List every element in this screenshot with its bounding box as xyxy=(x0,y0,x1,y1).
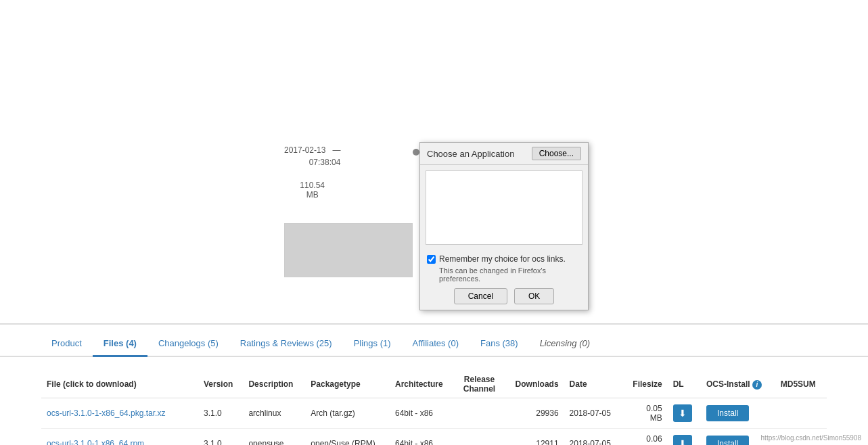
file-date: 2017-02-13 — xyxy=(284,145,340,155)
dialog-cancel-button[interactable]: Cancel xyxy=(454,288,507,304)
table-row: ocs-url-3.1.0-1.x86_64.rpm3.1.0opensuseo… xyxy=(41,429,827,446)
col-header-architecture: Architecture xyxy=(390,371,455,398)
ocs-install-info-icon[interactable]: i xyxy=(752,380,762,390)
top-area: 2017-02-13 — 07:38:04 110.54 MB Choose a… xyxy=(0,142,868,325)
download-button[interactable]: ⬇ xyxy=(673,435,692,445)
file-date: 2018-07-05 xyxy=(564,398,623,429)
dialog-application-list xyxy=(426,170,583,245)
install-button[interactable]: Install xyxy=(706,405,749,421)
file-size: 0.05MB xyxy=(622,398,667,429)
carousel-dot-1[interactable] xyxy=(413,149,419,156)
file-release-channel xyxy=(455,429,503,446)
dialog-buttons: Cancel OK xyxy=(427,288,581,304)
dialog-checkbox-row: Remember my choice for ocs links. xyxy=(427,254,581,264)
preview-image xyxy=(284,223,413,277)
col-header-description: Description xyxy=(243,371,305,398)
file-size: 0.06MB xyxy=(622,429,667,446)
file-version: 3.1.0 xyxy=(198,429,243,446)
tab-plings[interactable]: Plings (1) xyxy=(343,331,402,357)
col-header-date: Date xyxy=(564,371,623,398)
dialog-footer: Remember my choice for ocs links. This c… xyxy=(420,250,588,310)
watermark: https://blog.csdn.net/Simon55908 xyxy=(761,434,861,442)
col-header-version: Version xyxy=(198,371,243,398)
application-dialog: Choose an Application Choose... Remember… xyxy=(419,142,589,310)
file-download-link[interactable]: ocs-url-3.1.0-1.x86_64.rpm xyxy=(47,439,144,445)
file-version: 3.1.0 xyxy=(198,398,243,429)
file-date: 2018-07-05 xyxy=(564,429,623,446)
tabs-nav: Product Files (4) Changelogs (5) Ratings… xyxy=(0,331,868,357)
tab-files[interactable]: Files (4) xyxy=(93,331,147,357)
files-section: File (click to download) Version Descrip… xyxy=(0,357,868,445)
tab-product[interactable]: Product xyxy=(41,331,93,357)
dialog-title: Choose an Application xyxy=(427,149,514,159)
tab-fans[interactable]: Fans (38) xyxy=(470,331,529,357)
file-packagetype: Arch (tar.gz) xyxy=(305,398,390,429)
dialog-header: Choose an Application Choose... xyxy=(420,143,588,165)
col-header-file: File (click to download) xyxy=(41,371,198,398)
col-header-md5sum: MD5SUM xyxy=(775,371,827,398)
file-architecture: 64bit - x86 xyxy=(390,398,455,429)
dialog-choose-button[interactable]: Choose... xyxy=(532,147,581,160)
file-description: opensuse xyxy=(243,429,305,446)
table-header-row: File (click to download) Version Descrip… xyxy=(41,371,827,398)
col-header-downloads: Downloads xyxy=(503,371,564,398)
dialog-ok-button[interactable]: OK xyxy=(514,288,554,304)
dialog-note: This can be changed in Firefox's prefere… xyxy=(427,266,581,283)
file-downloads: 29936 xyxy=(503,398,564,429)
install-button[interactable]: Install xyxy=(706,436,749,445)
table-row: ocs-url-3.1.0-1-x86_64.pkg.tar.xz3.1.0ar… xyxy=(41,398,827,429)
tab-licensing[interactable]: Licensing (0) xyxy=(529,331,601,357)
col-header-ocs-install: OCS-Install i xyxy=(701,371,775,398)
col-header-dl: DL xyxy=(668,371,701,398)
files-table: File (click to download) Version Descrip… xyxy=(41,371,827,445)
file-size: 110.54 MB xyxy=(284,181,340,200)
file-info: 2017-02-13 — 07:38:04 110.54 MB xyxy=(284,145,340,200)
file-description: archlinux xyxy=(243,398,305,429)
file-architecture: 64bit - x86 xyxy=(390,429,455,446)
file-md5sum xyxy=(775,398,827,429)
file-time: 07:38:04 xyxy=(284,158,340,167)
file-packagetype: open/Suse (RPM) xyxy=(305,429,390,446)
file-downloads: 12911 xyxy=(503,429,564,446)
col-header-release-channel: Release Channel xyxy=(455,371,503,398)
file-download-link[interactable]: ocs-url-3.1.0-1-x86_64.pkg.tar.xz xyxy=(47,408,165,418)
remember-choice-checkbox[interactable] xyxy=(427,255,436,264)
remember-choice-label: Remember my choice for ocs links. xyxy=(439,254,566,264)
col-header-filesize: Filesize xyxy=(622,371,667,398)
file-release-channel xyxy=(455,398,503,429)
col-header-packagetype: Packagetype xyxy=(305,371,390,398)
tab-affiliates[interactable]: Affiliates (0) xyxy=(402,331,470,357)
tab-ratings[interactable]: Ratings & Reviews (25) xyxy=(229,331,343,357)
download-button[interactable]: ⬇ xyxy=(673,404,692,422)
tab-changelogs[interactable]: Changelogs (5) xyxy=(147,331,229,357)
